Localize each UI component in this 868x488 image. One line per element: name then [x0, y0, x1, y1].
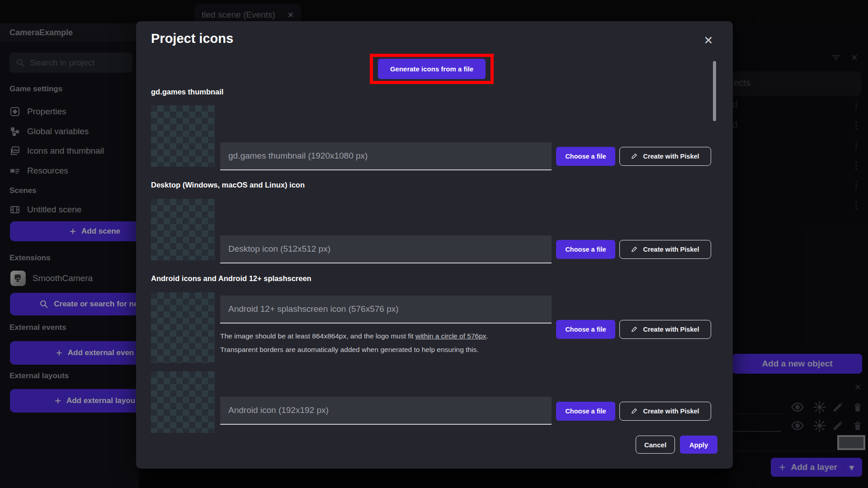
pencil-icon: [631, 246, 638, 253]
dialog-title: Project icons: [151, 31, 233, 46]
section-label-android: Android icons and Android 12+ splashscre…: [151, 274, 311, 283]
dialog-close-icon[interactable]: ✕: [700, 32, 717, 48]
create-with-piskel-button[interactable]: Create with Piskel: [619, 320, 711, 339]
pencil-icon: [631, 153, 638, 160]
android-splash-preview-placeholder: [151, 292, 215, 363]
section-label-desktop: Desktop (Windows, macOS and Linux) icon: [151, 181, 305, 189]
create-with-piskel-button[interactable]: Create with Piskel: [619, 402, 711, 421]
choose-file-button[interactable]: Choose a file: [556, 240, 615, 259]
android-splash-file-input[interactable]: [220, 296, 552, 324]
thumbnail-file-input[interactable]: [220, 142, 552, 170]
choose-file-button[interactable]: Choose a file: [556, 147, 615, 166]
desktop-icon-preview-placeholder: [151, 199, 215, 260]
pencil-icon: [631, 326, 638, 333]
cancel-button[interactable]: Cancel: [636, 436, 675, 454]
android-icon-file-input[interactable]: [220, 397, 552, 425]
android-splash-note-line1: The image should be at least 864x864px, …: [220, 332, 564, 340]
choose-file-button[interactable]: Choose a file: [556, 402, 615, 421]
android-splash-note-line2: Transparent borders are automatically ad…: [220, 346, 564, 354]
apply-button[interactable]: Apply: [680, 436, 717, 454]
pencil-icon: [631, 408, 638, 415]
create-with-piskel-button[interactable]: Create with Piskel: [619, 240, 711, 259]
android-icon-preview-placeholder: [151, 371, 215, 433]
project-icons-dialog: Project icons ✕ Generate icons from a fi…: [136, 21, 733, 469]
generate-icons-button[interactable]: Generate icons from a file: [378, 59, 486, 79]
thumbnail-preview-placeholder: [151, 105, 215, 167]
section-label-thumbnail: gd.games thumbnail: [151, 88, 223, 96]
choose-file-button[interactable]: Choose a file: [556, 320, 615, 339]
note-underlined-text: within a circle of 576px: [415, 332, 486, 340]
create-with-piskel-button[interactable]: Create with Piskel: [619, 147, 711, 166]
desktop-icon-file-input[interactable]: [220, 235, 552, 263]
dialog-scrollbar[interactable]: [713, 61, 716, 121]
